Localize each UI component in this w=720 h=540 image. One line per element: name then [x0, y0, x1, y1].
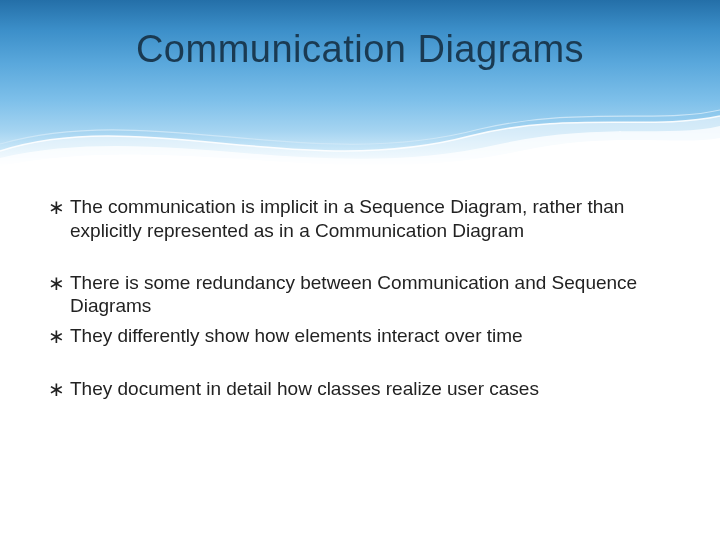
bullet-item: ∗ There is some redundancy between Commu…	[48, 271, 668, 319]
bullet-item: ∗ They document in detail how classes re…	[48, 377, 668, 402]
asterisk-icon: ∗	[48, 324, 70, 349]
header-background	[0, 0, 720, 168]
bullet-item: ∗ The communication is implicit in a Seq…	[48, 195, 668, 243]
bullet-text: There is some redundancy between Communi…	[70, 271, 668, 319]
bullet-text: They document in detail how classes real…	[70, 377, 668, 401]
slide-title: Communication Diagrams	[0, 28, 720, 71]
bullet-text: They differently show how elements inter…	[70, 324, 668, 348]
asterisk-icon: ∗	[48, 195, 70, 220]
bullet-text: The communication is implicit in a Seque…	[70, 195, 668, 243]
asterisk-icon: ∗	[48, 271, 70, 296]
bullet-item: ∗ They differently show how elements int…	[48, 324, 668, 349]
slide-body: ∗ The communication is implicit in a Seq…	[48, 195, 668, 402]
asterisk-icon: ∗	[48, 377, 70, 402]
slide: Communication Diagrams ∗ The communicati…	[0, 0, 720, 540]
